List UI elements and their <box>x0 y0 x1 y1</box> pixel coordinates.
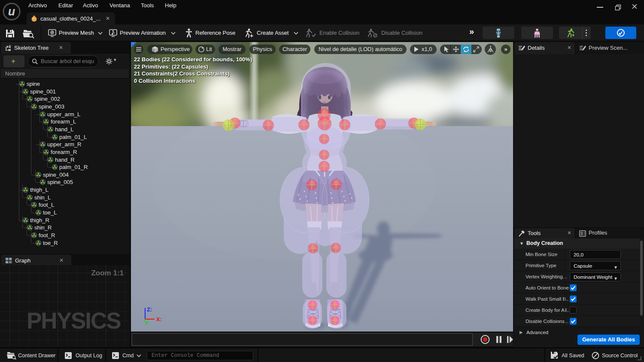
svg-text:X:: X: <box>156 316 162 323</box>
svg-text:Y:: Y: <box>144 320 149 326</box>
svg-text:u: u <box>8 5 15 18</box>
svg-text:Z:: Z: <box>147 306 152 313</box>
